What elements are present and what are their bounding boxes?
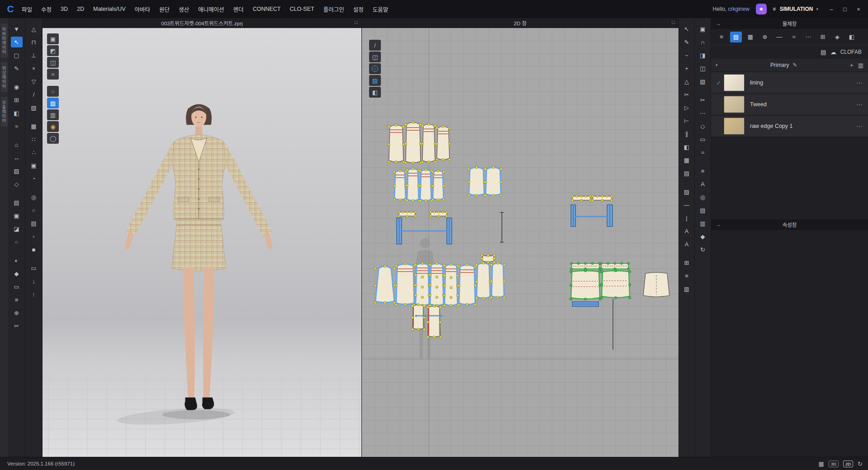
tab-sphere-tab[interactable]: ⊕ — [759, 32, 771, 42]
fabric-row[interactable]: ✓lining⋯ — [711, 72, 868, 93]
username[interactable]: crkginew — [728, 6, 749, 12]
tool-trim-2d[interactable]: ◆ — [697, 231, 709, 242]
fabric-more-button[interactable]: ⋯ — [854, 79, 864, 86]
2d-window-float-icon[interactable]: □ — [672, 19, 675, 25]
menu-render[interactable]: 렌더 — [229, 0, 248, 18]
tool-show-pattern-mesh[interactable]: ◧ — [369, 87, 381, 98]
tool-layer-2d[interactable]: ▤ — [697, 205, 709, 216]
property-window-dock-arrow-icon[interactable]: → — [716, 221, 721, 228]
tool-layers[interactable]: ▤ — [28, 218, 40, 229]
menu-clo-set[interactable]: CLO-SET — [285, 0, 318, 18]
section-collapse-icon[interactable]: ▾ — [716, 63, 718, 67]
tool-sewing-tool[interactable]: ⊞ — [11, 94, 23, 105]
3d-window-titlebar[interactable]: 003트위드자켓-004트위드스커트.zprj □ — [43, 18, 361, 28]
tool-annotation[interactable]: A — [681, 226, 693, 236]
tool-measure-avatar[interactable]: ≡ — [11, 294, 23, 305]
tool-steam[interactable]: ▤ — [11, 197, 23, 208]
close-button[interactable]: × — [852, 3, 865, 15]
tool-gloves[interactable]: ○ — [11, 236, 23, 247]
tool-fabric-panel[interactable]: ▧ — [697, 76, 709, 87]
tool-show-fabric-2d[interactable]: ▨ — [369, 75, 381, 86]
menu-animation[interactable]: 애니메이션 — [194, 0, 229, 18]
tool-pose-reset[interactable]: × — [28, 63, 40, 74]
tool-pin-box[interactable]: ⊕ — [11, 307, 23, 318]
tool-polygon-pattern[interactable]: △ — [681, 76, 693, 87]
menu-2d[interactable]: 2D — [72, 0, 89, 18]
library-icon[interactable]: ▤ — [821, 49, 826, 56]
tool-grid-texture[interactable]: ▨ — [11, 165, 23, 176]
tab-stitch-tab[interactable]: ≈ — [788, 32, 800, 42]
object-window-dock-arrow-icon[interactable]: → — [716, 20, 721, 27]
tool-select-box[interactable]: ▢ — [11, 50, 23, 61]
tool-edit-curvature[interactable]: ~ — [681, 50, 693, 61]
tool-simulate[interactable]: ▼ — [11, 24, 23, 34]
tool-fit-mannequin[interactable]: ◐ — [11, 255, 23, 266]
tool-move-measure[interactable]: ↔ — [11, 152, 23, 163]
tool-add-point[interactable]: + — [681, 63, 693, 74]
tool-texture-paint[interactable]: ▧ — [28, 102, 40, 113]
tool-spray[interactable]: ∴ — [28, 147, 40, 158]
tool-cut-sew[interactable]: ✂ — [681, 89, 693, 100]
add-fabric-button[interactable]: + — [850, 62, 854, 69]
tool-fold-sewing[interactable]: ◧ — [11, 108, 23, 118]
fabric-more-button[interactable]: ⋯ — [854, 101, 864, 108]
tool-internal-line[interactable]: — — [681, 199, 693, 210]
tool-show-jacket[interactable]: ◩ — [47, 45, 59, 56]
tool-avatar-texture[interactable]: ◉ — [47, 121, 59, 132]
tab-topstitch-tab[interactable]: ⋯ — [802, 32, 814, 42]
user-greeting[interactable]: Hello, crkginew — [713, 6, 749, 12]
menu-help[interactable]: 도움말 — [368, 0, 393, 18]
tool-sync-2d[interactable]: ↻ — [697, 244, 709, 255]
tool-tape-3d[interactable]: ▭ — [11, 281, 23, 292]
simulation-caret-icon[interactable]: ▾ — [816, 7, 818, 11]
tool-baseline-grid[interactable]: ⊞ — [681, 257, 693, 268]
tool-fold-arrange[interactable]: ◪ — [11, 223, 23, 234]
tab-puckering-tab[interactable]: ◈ — [831, 32, 843, 42]
tool-show-stitch[interactable]: ≈ — [47, 69, 59, 80]
tool-show-2d-line[interactable]: / — [369, 40, 381, 51]
fabric-swatch[interactable] — [724, 118, 745, 135]
tool-dots-tool[interactable]: ∷ — [28, 134, 40, 145]
tool-swatch-dark[interactable]: ■ — [28, 244, 40, 255]
tool-show-3d-garment[interactable]: ▣ — [47, 33, 59, 44]
tool-flatten[interactable]: ◇ — [11, 179, 23, 189]
view-2d-button[interactable]: 2D — [843, 461, 853, 467]
tool-hanger[interactable]: ⊥ — [28, 50, 40, 61]
tool-dropper[interactable]: ↓ — [28, 276, 40, 287]
dock-tab-avatar-layer[interactable]: 아바타레이어 — [1, 24, 8, 58]
tool-grading[interactable]: ▤ — [681, 168, 693, 179]
menu-edit[interactable]: 수정 — [37, 0, 56, 18]
tool-guide-line[interactable]: | — [681, 212, 693, 223]
view-3d-button[interactable]: 3D — [829, 461, 839, 467]
tool-steam-2d[interactable]: ◨ — [697, 50, 709, 61]
tool-band-tool[interactable]: ▭ — [697, 134, 709, 145]
menu-connect[interactable]: CONNECT — [248, 0, 285, 18]
tool-table-tool[interactable]: ▥ — [681, 283, 693, 294]
tool-show-environment[interactable]: ◯ — [47, 133, 59, 144]
rename-section-icon[interactable]: ✎ — [792, 62, 797, 68]
fabric-row[interactable]: Tweed⋯ — [711, 94, 868, 115]
tool-show-info[interactable]: i — [369, 63, 381, 74]
fabric-swatch[interactable] — [724, 96, 745, 113]
tool-show-3d-pattern[interactable]: ▣ — [697, 24, 709, 34]
tool-show-pattern-outline[interactable]: ◫ — [369, 52, 381, 62]
tool-pose-edit[interactable]: ▽ — [28, 76, 40, 87]
menu-settings[interactable]: 설정 — [349, 0, 368, 18]
tool-lift-tool[interactable]: ↑ — [28, 289, 40, 300]
tool-avatar-pose[interactable]: △ — [28, 24, 40, 34]
dock-tab-module-layer[interactable]: 모듈레이어 — [1, 97, 8, 127]
tool-needle[interactable]: / — [28, 89, 40, 100]
fabric-more-button[interactable]: ⋯ — [854, 122, 864, 130]
tool-mesh-surface[interactable]: ▥ — [47, 109, 59, 120]
tool-texture-editor[interactable]: ▨ — [681, 186, 693, 197]
tool-dart[interactable]: ▷ — [681, 102, 693, 113]
new-folder-button[interactable]: ▥ — [858, 62, 863, 69]
menu-file[interactable]: 파일 — [17, 0, 37, 18]
clofab-label[interactable]: CLOFAB — [840, 49, 862, 55]
tool-wind-tool[interactable]: ≈ — [11, 121, 23, 132]
tool-weight[interactable]: ◆ — [11, 268, 23, 279]
tool-fold-2d[interactable]: ◧ — [681, 141, 693, 152]
tool-roll-tool[interactable]: ◎ — [697, 192, 709, 202]
menu-materials-uv[interactable]: Materials/UV — [89, 0, 130, 18]
tool-circle-tool[interactable]: ○ — [28, 205, 40, 216]
